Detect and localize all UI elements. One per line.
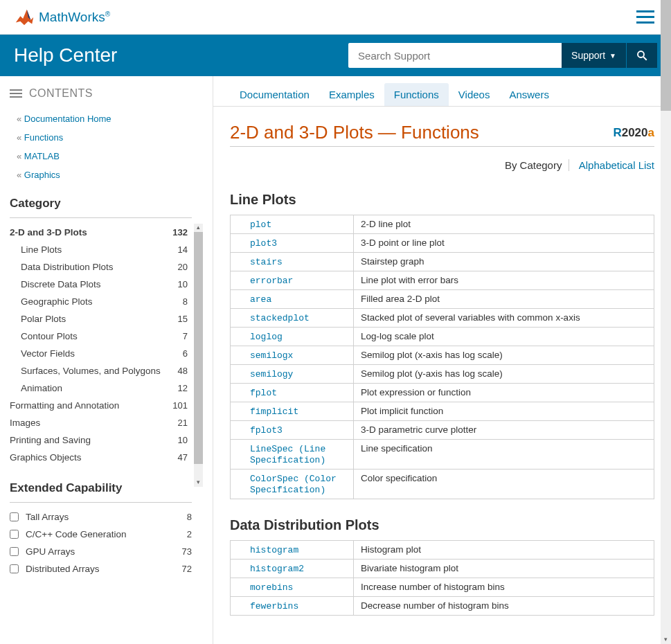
function-desc: Color specification bbox=[354, 469, 654, 499]
table-row: stairsStairstep graph bbox=[231, 253, 654, 271]
function-link[interactable]: histogram bbox=[250, 545, 298, 555]
category-item[interactable]: Line Plots14 bbox=[10, 241, 213, 258]
function-link[interactable]: fewerbins bbox=[250, 601, 298, 611]
scrollbar-thumb[interactable] bbox=[194, 232, 203, 464]
table-row: fplotPlot expression or function bbox=[231, 384, 654, 402]
breadcrumb-link[interactable]: MATLAB bbox=[10, 147, 213, 166]
support-dropdown[interactable]: Support ▼ bbox=[562, 43, 626, 68]
table-row: fimplicitPlot implicit function bbox=[231, 402, 654, 421]
function-link[interactable]: errorbar bbox=[250, 276, 293, 286]
function-link[interactable]: semilogy bbox=[250, 369, 293, 379]
tab-answers[interactable]: Answers bbox=[499, 83, 559, 106]
function-link[interactable]: stackedplot bbox=[250, 313, 310, 323]
category-count: 8 bbox=[167, 296, 188, 307]
scrollbar-thumb[interactable] bbox=[661, 0, 671, 111]
help-banner: Help Center Support ▼ bbox=[0, 35, 671, 76]
function-link[interactable]: plot bbox=[250, 220, 271, 230]
extended-checkbox[interactable] bbox=[10, 564, 19, 573]
tab-row: DocumentationExamplesFunctionsVideosAnsw… bbox=[213, 76, 671, 107]
function-link[interactable]: stairs bbox=[250, 257, 283, 267]
tab-functions[interactable]: Functions bbox=[384, 83, 449, 106]
function-desc: Plot implicit function bbox=[354, 402, 654, 421]
search-icon bbox=[636, 49, 648, 62]
category-item[interactable]: Printing and Saving10 bbox=[10, 431, 213, 449]
function-link[interactable]: histogram2 bbox=[250, 564, 304, 574]
category-item[interactable]: 2-D and 3-D Plots132 bbox=[10, 224, 213, 241]
category-item[interactable]: Geographic Plots8 bbox=[10, 293, 213, 310]
function-link[interactable]: fplot bbox=[250, 388, 277, 398]
category-item[interactable]: Vector Fields6 bbox=[10, 345, 213, 362]
brand-logo[interactable]: MathWorks® bbox=[14, 8, 110, 27]
function-link[interactable]: fimplicit bbox=[250, 406, 298, 417]
function-link[interactable]: plot3 bbox=[250, 238, 277, 249]
extended-item[interactable]: GPU Arrays73 bbox=[10, 543, 213, 560]
scroll-up-icon[interactable]: ▴ bbox=[194, 224, 203, 232]
extended-checkbox[interactable] bbox=[10, 512, 19, 521]
category-item[interactable]: Images21 bbox=[10, 414, 213, 431]
category-item[interactable]: Graphics Objects47 bbox=[10, 449, 213, 466]
table-row: ColorSpec (Color Specification)Color spe… bbox=[231, 469, 654, 499]
extended-item[interactable]: C/C++ Code Generation2 bbox=[10, 526, 213, 543]
category-count: 132 bbox=[167, 227, 188, 238]
category-label: Vector Fields bbox=[21, 348, 167, 359]
breadcrumb-link[interactable]: Graphics bbox=[10, 166, 213, 184]
function-desc: Plot expression or function bbox=[354, 384, 654, 402]
category-item[interactable]: Formatting and Annotation101 bbox=[10, 397, 213, 414]
extended-heading: Extended Capability bbox=[10, 481, 192, 503]
table-row: morebinsIncrease number of histogram bin… bbox=[231, 578, 654, 597]
scroll-down-icon[interactable]: ▾ bbox=[194, 478, 203, 487]
table-row: fplot33-D parametric curve plotter bbox=[231, 421, 654, 440]
function-desc: 3-D point or line plot bbox=[354, 234, 654, 253]
category-item[interactable]: Animation12 bbox=[10, 379, 213, 397]
category-count: 47 bbox=[167, 452, 188, 463]
function-link[interactable]: area bbox=[250, 294, 271, 305]
search-wrap: Support ▼ bbox=[348, 43, 657, 68]
table-row: areaFilled area 2-D plot bbox=[231, 290, 654, 309]
scroll-down-icon[interactable]: ▾ bbox=[661, 634, 671, 644]
hamburger-menu[interactable] bbox=[636, 7, 657, 28]
category-item[interactable]: Data Distribution Plots20 bbox=[10, 258, 213, 276]
function-link[interactable]: loglog bbox=[250, 332, 283, 342]
category-item[interactable]: Contour Plots7 bbox=[10, 328, 213, 345]
category-count: 14 bbox=[167, 244, 188, 255]
function-link[interactable]: fplot3 bbox=[250, 425, 283, 436]
search-button[interactable] bbox=[627, 43, 657, 68]
category-scrollbar[interactable]: ▴ ▾ bbox=[194, 224, 203, 487]
view-by-category[interactable]: By Category bbox=[505, 159, 570, 171]
table-row: semilogySemilog plot (y-axis has log sca… bbox=[231, 365, 654, 384]
table-row: errorbarLine plot with error bars bbox=[231, 271, 654, 290]
chevron-down-icon: ▼ bbox=[609, 52, 616, 60]
function-link[interactable]: LineSpec (Line Specification) bbox=[250, 444, 325, 465]
category-label: Formatting and Annotation bbox=[10, 400, 167, 411]
table-row: semilogxSemilog plot (x-axis has log sca… bbox=[231, 346, 654, 365]
tab-documentation[interactable]: Documentation bbox=[230, 83, 319, 106]
category-count: 7 bbox=[167, 331, 188, 341]
search-input[interactable] bbox=[348, 43, 562, 68]
extended-item[interactable]: Distributed Arrays72 bbox=[10, 560, 213, 578]
page-scrollbar[interactable]: ▴ ▾ bbox=[661, 0, 671, 644]
view-alphabetical[interactable]: Alphabetical List bbox=[579, 159, 654, 171]
category-item[interactable]: Discrete Data Plots10 bbox=[10, 276, 213, 293]
function-table: plot2-D line plotplot33-D point or line … bbox=[230, 215, 654, 499]
category-count: 101 bbox=[167, 400, 188, 411]
extended-checkbox[interactable] bbox=[10, 547, 19, 556]
breadcrumb-link[interactable]: Functions bbox=[10, 128, 213, 147]
table-row: histogram2Bivariate histogram plot bbox=[231, 560, 654, 578]
extended-checkbox[interactable] bbox=[10, 530, 19, 539]
category-count: 20 bbox=[167, 262, 188, 272]
extended-item[interactable]: Tall Arrays8 bbox=[10, 508, 213, 526]
category-item[interactable]: Polar Plots15 bbox=[10, 310, 213, 328]
tab-videos[interactable]: Videos bbox=[449, 83, 500, 106]
function-desc: Filled area 2-D plot bbox=[354, 290, 654, 309]
breadcrumb-link[interactable]: Documentation Home bbox=[10, 109, 213, 128]
category-count: 48 bbox=[167, 366, 188, 376]
category-list: 2-D and 3-D Plots132Line Plots14Data Dis… bbox=[10, 224, 213, 466]
function-desc: Line plot with error bars bbox=[354, 271, 654, 290]
function-link[interactable]: morebins bbox=[250, 582, 293, 593]
contents-header[interactable]: CONTENTS bbox=[10, 87, 213, 100]
category-label: Printing and Saving bbox=[10, 435, 167, 445]
category-item[interactable]: Surfaces, Volumes, and Polygons48 bbox=[10, 362, 213, 379]
function-link[interactable]: ColorSpec (Color Specification) bbox=[250, 474, 337, 495]
function-link[interactable]: semilogx bbox=[250, 350, 293, 361]
tab-examples[interactable]: Examples bbox=[319, 83, 384, 106]
